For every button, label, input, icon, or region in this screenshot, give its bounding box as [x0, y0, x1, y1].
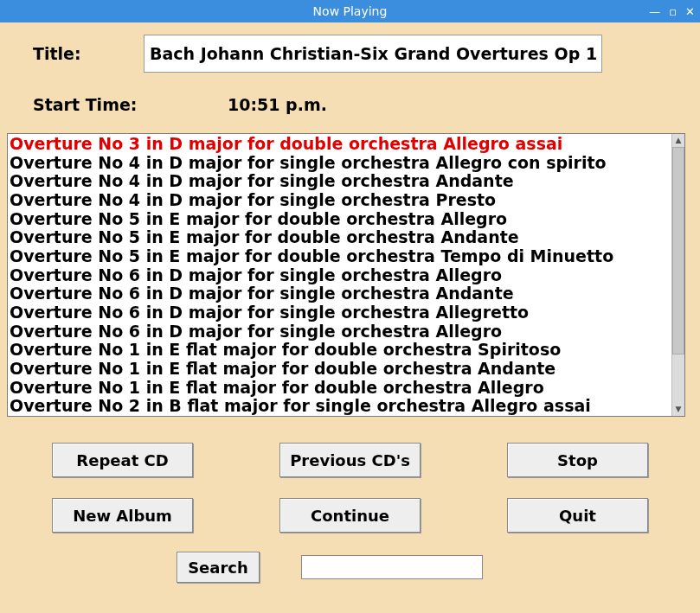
title-input[interactable]: [144, 35, 602, 73]
list-item[interactable]: Overture No 1 in E flat major for double…: [10, 379, 670, 398]
list-item[interactable]: Overture No 3 in D major for double orch…: [10, 135, 670, 154]
list-item[interactable]: Overture No 2 in B flat major for single…: [10, 397, 670, 416]
title-label: Title:: [33, 44, 144, 63]
new-album-button[interactable]: New Album: [52, 498, 193, 533]
maximize-icon[interactable]: ▫: [669, 6, 677, 17]
start-time-value: 10:51 p.m.: [228, 95, 327, 114]
start-time-label: Start Time:: [33, 95, 228, 114]
list-item[interactable]: Overture No 6 in D major for single orch…: [10, 266, 670, 285]
minimize-icon[interactable]: —: [649, 6, 660, 17]
window-controls: — ▫ ✕: [649, 0, 695, 22]
list-item[interactable]: Overture No 4 in D major for single orch…: [10, 172, 670, 191]
repeat-cd-button[interactable]: Repeat CD: [52, 443, 193, 477]
scroll-thumb[interactable]: [672, 147, 684, 354]
list-item[interactable]: Overture No 6 in D major for single orch…: [10, 303, 670, 322]
list-item[interactable]: Overture No 4 in D major for single orch…: [10, 191, 670, 210]
list-item[interactable]: Overture No 5 in E major for double orch…: [10, 228, 670, 247]
close-icon[interactable]: ✕: [685, 6, 695, 17]
previous-cds-button[interactable]: Previous CD's: [279, 443, 421, 477]
list-item[interactable]: Overture No 1 in E flat major for double…: [10, 360, 670, 379]
scroll-down-icon[interactable]: ▼: [672, 403, 684, 416]
search-input[interactable]: [301, 555, 483, 579]
list-item[interactable]: Overture No 5 in E major for double orch…: [10, 210, 670, 229]
continue-button[interactable]: Continue: [279, 498, 421, 533]
window-titlebar: Now Playing — ▫ ✕: [0, 0, 700, 22]
list-item[interactable]: Overture No 5 in E major for double orch…: [10, 247, 670, 266]
stop-button[interactable]: Stop: [507, 443, 648, 477]
list-item[interactable]: Overture No 4 in D major for single orch…: [10, 154, 670, 173]
list-item[interactable]: Overture No 1 in E flat major for double…: [10, 341, 670, 360]
scroll-up-icon[interactable]: ▲: [672, 134, 684, 147]
list-item[interactable]: Overture No 6 in D major for single orch…: [10, 322, 670, 342]
track-listbox[interactable]: Overture No 3 in D major for double orch…: [7, 133, 685, 417]
search-button[interactable]: Search: [177, 552, 260, 583]
scrollbar[interactable]: ▲ ▼: [671, 134, 684, 416]
list-item[interactable]: Overture No 6 in D major for single orch…: [10, 284, 670, 303]
window-title: Now Playing: [313, 4, 388, 18]
quit-button[interactable]: Quit: [507, 498, 648, 533]
